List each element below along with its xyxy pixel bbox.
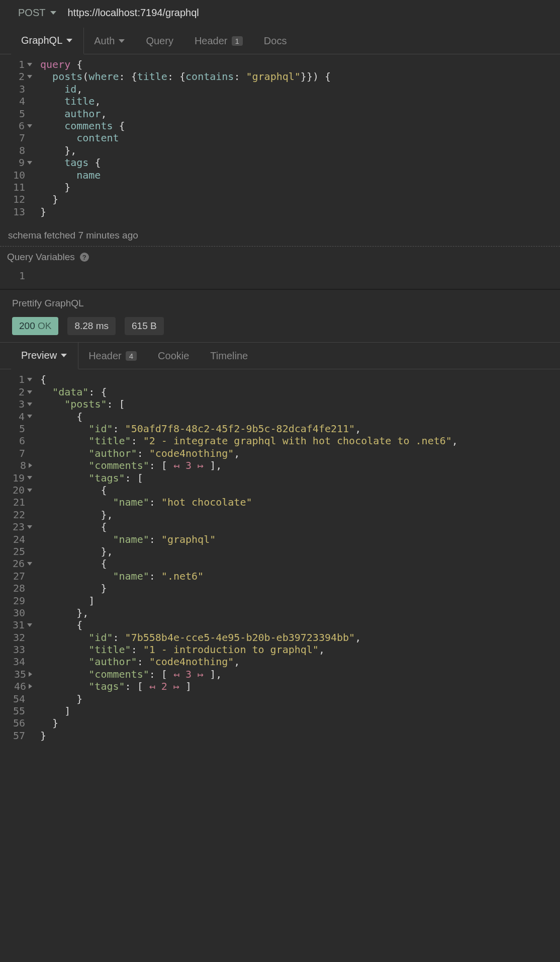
fold-down-icon[interactable] (27, 476, 32, 479)
http-method-dropdown[interactable]: POST (18, 7, 56, 19)
line-number: 11 (12, 181, 25, 193)
code-content: "name": "hot chocolate" (35, 496, 252, 508)
tab-query[interactable]: Query (136, 28, 184, 54)
url-input[interactable]: https://localhost:7194/graphql (67, 7, 199, 19)
gutter[interactable]: 4 (0, 411, 35, 423)
code-line: 12 } (0, 193, 560, 205)
fold-down-icon[interactable] (27, 63, 32, 66)
gutter[interactable]: 23 (0, 521, 35, 533)
fold-right-icon[interactable] (29, 463, 32, 468)
gutter[interactable]: 3 (0, 398, 35, 410)
query-editor[interactable]: 1query {2 posts(where: {title: {contains… (0, 54, 560, 225)
gutter[interactable]: 2 (0, 70, 35, 83)
gutter[interactable]: 13 (0, 206, 35, 218)
gutter[interactable]: 8 (0, 459, 35, 471)
help-icon[interactable]: ? (80, 253, 89, 262)
response-editor[interactable]: 1{2 "data": {3 "posts": [4 {5 "id": "50a… (0, 369, 560, 749)
gutter[interactable]: 26 (0, 557, 35, 570)
gutter[interactable]: 54 (0, 693, 35, 705)
gutter[interactable]: 30 (0, 607, 35, 619)
tab-cookie[interactable]: Cookie (148, 343, 200, 369)
gutter[interactable]: 10 (0, 169, 35, 181)
code-content: }, (35, 144, 76, 156)
code-line: 33 "title": "1 - introduction to graphql… (0, 644, 560, 656)
fold-right-icon[interactable] (29, 684, 32, 689)
fold-down-icon[interactable] (27, 390, 32, 394)
gutter[interactable]: 25 (0, 545, 35, 557)
tab-preview[interactable]: Preview (11, 343, 78, 369)
gutter[interactable]: 57 (0, 730, 35, 742)
fold-down-icon[interactable] (27, 562, 32, 566)
gutter[interactable]: 33 (0, 644, 35, 656)
tab-docs[interactable]: Docs (254, 28, 298, 54)
tab-graphql[interactable]: GraphQL (11, 28, 84, 54)
gutter[interactable]: 5 (0, 423, 35, 435)
gutter[interactable]: 46 (0, 680, 35, 692)
gutter[interactable]: 11 (0, 181, 35, 193)
fold-down-icon[interactable] (27, 623, 32, 627)
line-number: 55 (12, 705, 25, 717)
gutter[interactable]: 7 (0, 132, 35, 144)
prettify-button[interactable]: Prettify GraphQL (0, 290, 560, 317)
gutter[interactable]: 5 (0, 108, 35, 120)
gutter[interactable]: 19 (0, 472, 35, 484)
line-number: 33 (12, 644, 25, 656)
code-line: 7 content (0, 132, 560, 144)
code-line: 11 } (0, 181, 560, 193)
fold-down-icon[interactable] (27, 525, 32, 529)
gutter[interactable]: 27 (0, 570, 35, 582)
gutter[interactable]: 6 (0, 435, 35, 447)
fold-down-icon[interactable] (27, 378, 32, 381)
tab-header[interactable]: Header1 (184, 28, 254, 54)
gutter[interactable]: 29 (0, 595, 35, 607)
chevron-down-icon (66, 39, 72, 42)
gutter[interactable]: 32 (0, 631, 35, 644)
gutter[interactable]: 1 (0, 58, 35, 70)
gutter[interactable]: 8 (0, 144, 35, 156)
line-number: 1 (12, 270, 25, 282)
gutter[interactable]: 56 (0, 717, 35, 729)
schema-status: schema fetched 7 minutes ago (0, 225, 560, 246)
fold-right-icon[interactable] (29, 672, 32, 677)
gutter[interactable]: 31 (0, 619, 35, 631)
gutter[interactable]: 9 (0, 156, 35, 169)
code-line: 23 { (0, 521, 560, 533)
tab-auth[interactable]: Auth (84, 28, 136, 54)
gutter[interactable]: 1 (0, 270, 35, 282)
query-variables-header[interactable]: Query Variables ? (0, 247, 560, 268)
code-line: 26 { (0, 557, 560, 570)
gutter[interactable]: 7 (0, 447, 35, 459)
gutter[interactable]: 6 (0, 120, 35, 132)
gutter[interactable]: 4 (0, 95, 35, 107)
gutter[interactable]: 3 (0, 83, 35, 95)
code-content: "author": "code4nothing", (35, 447, 240, 459)
fold-down-icon[interactable] (27, 403, 32, 406)
gutter[interactable]: 35 (0, 668, 35, 680)
variables-editor[interactable]: 1 (0, 268, 560, 289)
gutter[interactable]: 55 (0, 705, 35, 717)
line-number: 4 (12, 95, 25, 107)
line-number: 12 (12, 193, 25, 205)
gutter[interactable]: 24 (0, 533, 35, 545)
fold-down-icon[interactable] (27, 75, 32, 78)
gutter[interactable]: 28 (0, 582, 35, 594)
tab-badge: 1 (232, 36, 243, 46)
code-content: ] (35, 595, 95, 607)
tab-timeline[interactable]: Timeline (200, 343, 259, 369)
fold-down-icon[interactable] (27, 124, 32, 128)
gutter[interactable]: 2 (0, 386, 35, 398)
gutter[interactable]: 34 (0, 656, 35, 668)
fold-down-icon[interactable] (27, 161, 32, 165)
line-number: 10 (12, 169, 25, 181)
gutter[interactable]: 21 (0, 496, 35, 508)
code-content: posts(where: {title: {contains: "graphql… (35, 70, 331, 83)
gutter[interactable]: 22 (0, 509, 35, 521)
tab-header[interactable]: Header4 (78, 343, 148, 369)
gutter[interactable]: 20 (0, 484, 35, 496)
code-content: } (35, 717, 58, 729)
gutter[interactable]: 12 (0, 193, 35, 205)
fold-down-icon[interactable] (27, 489, 32, 492)
fold-down-icon[interactable] (27, 415, 32, 418)
code-content: "id": "7b558b4e-cce5-4e95-b20b-eb3972339… (35, 631, 361, 644)
gutter[interactable]: 1 (0, 373, 35, 385)
